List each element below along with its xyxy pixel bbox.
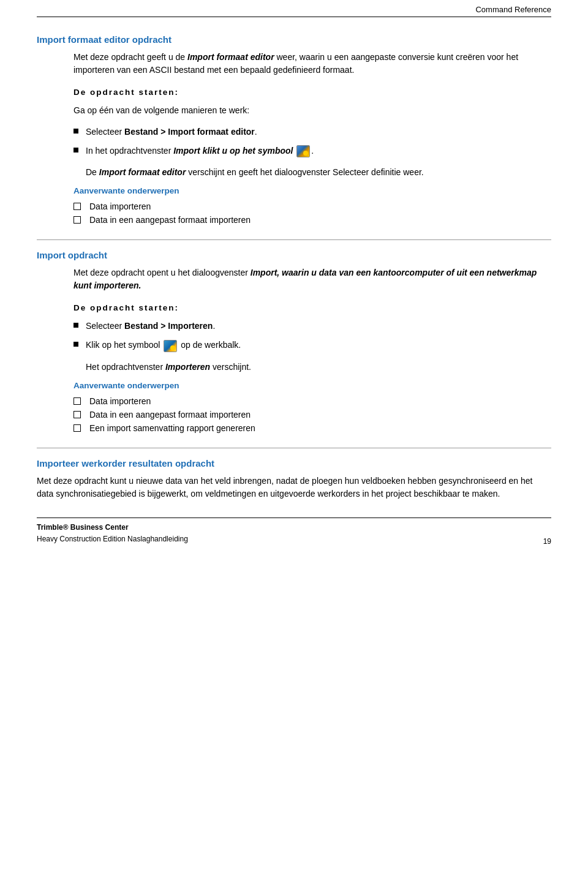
sub-para-1: De Import formaat editor verschijnt en g… xyxy=(86,166,551,179)
footer-subtitle: Heavy Construction Edition Naslaghandlei… xyxy=(37,533,188,545)
import-formaat-icon xyxy=(296,145,310,157)
checkbox-icon xyxy=(74,424,81,432)
page-footer: Trimble® Business Center Heavy Construct… xyxy=(37,518,551,545)
section-2-intro: Met deze opdracht opent u het dialoogven… xyxy=(74,266,551,292)
section-import-opdracht: Import opdracht Met deze opdracht opent … xyxy=(37,250,551,432)
related-item-2-2: Data in een aangepast formaat importeren xyxy=(74,410,551,420)
checkbox-icon xyxy=(74,216,81,224)
bullet-item-2-1: Selecteer Bestand > Importeren. xyxy=(74,320,551,333)
bullet-text-2-1: Selecteer Bestand > Importeren. xyxy=(86,320,215,333)
related-text-2-1: Data importeren xyxy=(89,396,151,406)
subsection-label-1: De opdracht starten: xyxy=(74,88,551,97)
section-1-bold-italic: Import formaat editor xyxy=(187,52,274,62)
import-icon xyxy=(164,340,177,352)
related-text-1-2: Data in een aangepast formaat importeren xyxy=(89,215,251,225)
section-3-intro: Met deze opdracht kunt u nieuwe data van… xyxy=(37,475,551,500)
related-item-1-2: Data in een aangepast formaat importeren xyxy=(74,215,551,225)
section-heading-3: Importeer werkorder resultaten opdracht xyxy=(37,458,551,469)
checkbox-icon xyxy=(74,397,81,405)
footer-page-number: 19 xyxy=(543,537,551,546)
related-list-1: Data importeren Data in een aangepast fo… xyxy=(74,201,551,225)
bullet-list-1: Selecteer Bestand > Import formaat edito… xyxy=(74,126,551,157)
section-import-formaat-editor: Import formaat editor opdracht Met deze … xyxy=(37,34,551,225)
bullet-square xyxy=(74,129,78,134)
bullet-square xyxy=(74,342,78,347)
checkbox-icon xyxy=(74,203,81,210)
section-heading-1: Import formaat editor opdracht xyxy=(37,34,551,45)
related-heading-1: Aanverwante onderwerpen xyxy=(74,186,551,195)
bullet-list-2: Selecteer Bestand > Importeren. Klik op … xyxy=(74,320,551,352)
bullet-item-2-2: Klik op het symbool op de werkbalk. xyxy=(74,339,551,352)
page-header: Command Reference xyxy=(37,0,551,17)
related-item-2-1: Data importeren xyxy=(74,396,551,406)
section-importeer-werkorder: Importeer werkorder resultaten opdracht … xyxy=(37,458,551,500)
checkbox-icon xyxy=(74,411,81,418)
header-title: Command Reference xyxy=(475,5,551,14)
section-1-intro: Met deze opdracht geeft u de Import form… xyxy=(74,51,551,77)
section-divider-1 xyxy=(37,239,551,240)
related-item-2-3: Een import samenvatting rapport generere… xyxy=(74,423,551,433)
subsection-label-2: De opdracht starten: xyxy=(74,303,551,312)
related-heading-2: Aanverwante onderwerpen xyxy=(74,381,551,390)
related-text-1-1: Data importeren xyxy=(89,201,151,211)
bullet-square xyxy=(74,148,78,152)
bullet-text-2-2: Klik op het symbool op de werkbalk. xyxy=(86,339,241,352)
section-divider-2 xyxy=(37,448,551,448)
sub-para-2: Het opdrachtvenster Importeren verschijn… xyxy=(86,361,551,374)
footer-brand: Trimble® Business Center xyxy=(37,522,188,533)
related-list-2: Data importeren Data in een aangepast fo… xyxy=(74,396,551,433)
related-text-2-3: Een import samenvatting rapport generere… xyxy=(89,423,255,433)
bullet-square xyxy=(74,323,78,328)
bullets-intro-1: Ga op één van de volgende manieren te we… xyxy=(74,104,551,117)
section-heading-2: Import opdracht xyxy=(37,250,551,260)
bullet-text-1-1: Selecteer Bestand > Import formaat edito… xyxy=(86,126,257,138)
bullet-item-1-1: Selecteer Bestand > Import formaat edito… xyxy=(74,126,551,138)
related-text-2-2: Data in een aangepast formaat importeren xyxy=(89,410,251,420)
bullet-item-1-2: In het opdrachtvenster Import klikt u op… xyxy=(74,145,551,157)
footer-left: Trimble® Business Center Heavy Construct… xyxy=(37,522,188,545)
related-item-1-1: Data importeren xyxy=(74,201,551,211)
bullet-text-1-2: In het opdrachtvenster Import klikt u op… xyxy=(86,145,314,157)
